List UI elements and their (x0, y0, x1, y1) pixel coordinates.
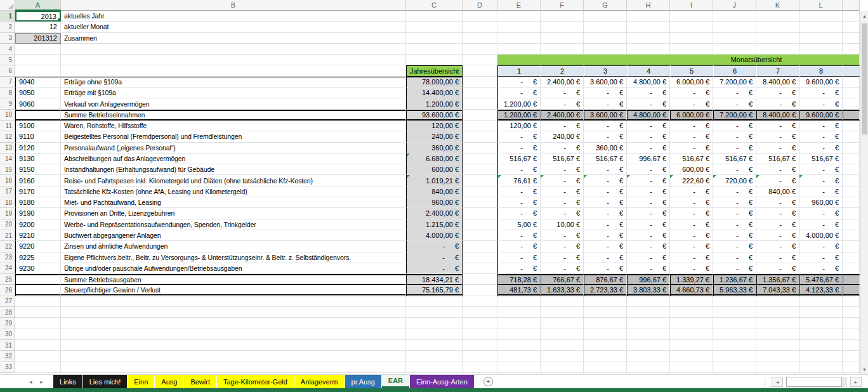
cell-D24[interactable] (463, 263, 497, 274)
month-header-6[interactable]: 6 (713, 65, 756, 76)
cell-C16[interactable]: 1.019,21€ (406, 175, 463, 186)
cell-month-8-row-10[interactable]: 9.600,00€ (799, 110, 843, 121)
cell-month-4-row-14[interactable]: 996,67€ (627, 154, 670, 164)
empty-cell[interactable] (799, 340, 843, 351)
cell-A12[interactable]: 9110 (15, 131, 61, 142)
cell-month-5-row-2[interactable] (670, 22, 713, 32)
cell-C17[interactable]: 840,00€ (406, 186, 463, 197)
tab-nav-right-icon[interactable]: ▸ (41, 379, 44, 385)
empty-cell[interactable] (463, 329, 497, 340)
cell-month-3-row-10[interactable]: 3.600,00€ (584, 110, 627, 121)
cell-month-7-row-24[interactable]: -€ (756, 263, 799, 274)
cell-D18[interactable] (463, 197, 497, 208)
cell-month-3-row-14[interactable]: 516,67€ (584, 154, 627, 164)
empty-cell[interactable] (756, 351, 799, 362)
cell-month-6-row-20[interactable]: -€ (713, 219, 756, 230)
cell-month-2-row-3[interactable] (541, 33, 584, 44)
cell-month-2-row-1[interactable] (541, 11, 584, 22)
row-header-14[interactable]: 14 (0, 154, 15, 164)
cell-month-7-row-15[interactable]: -€ (756, 164, 799, 175)
cell-month-1-row-25[interactable]: 718,28€ (497, 274, 541, 285)
cell-D15[interactable] (463, 164, 497, 175)
cell-month-4-row-9[interactable]: -€ (627, 98, 670, 109)
column-header-A[interactable]: A (15, 0, 61, 11)
cell-A16[interactable]: 9160 (15, 175, 61, 186)
empty-cell[interactable] (406, 307, 463, 318)
empty-cell[interactable] (670, 351, 713, 362)
cell-month-1-row-21[interactable]: -€ (497, 230, 541, 241)
cell-month-7-row-7[interactable]: 8.400,00€ (756, 77, 799, 88)
cell-month-2-row-11[interactable]: -€ (541, 121, 584, 131)
row-header-7[interactable]: 7 (0, 77, 15, 88)
cell-month-7-row-10[interactable]: 8.400,00€ (756, 110, 799, 121)
cell-D3[interactable] (463, 33, 497, 44)
row-header-30[interactable]: 30 (0, 329, 15, 340)
cell-month-2-row-9[interactable]: -€ (541, 98, 584, 109)
scroll-up-icon[interactable]: ▲ (860, 11, 868, 21)
empty-cell[interactable] (799, 318, 843, 329)
cell-month-2-row-21[interactable]: -€ (541, 230, 584, 241)
cell-month-7-row-18[interactable]: -€ (756, 197, 799, 208)
column-header-I[interactable]: I (670, 0, 713, 11)
empty-cell[interactable] (627, 296, 670, 307)
cell-month-5-row-13[interactable]: -€ (670, 143, 713, 154)
empty-cell[interactable] (406, 351, 463, 362)
cell-D1[interactable] (463, 11, 497, 22)
empty-cell[interactable] (843, 362, 860, 373)
row-header-26[interactable]: 26 (0, 285, 15, 296)
cell-month-1-row-11[interactable]: 120,00€ (497, 121, 541, 131)
cell-month-6-row-10[interactable]: 7.200,00€ (713, 110, 756, 121)
empty-cell[interactable] (799, 296, 843, 307)
cell-B13[interactable]: Personalaufwand („eigenes Personal“) (61, 143, 406, 154)
empty-cell[interactable] (497, 329, 541, 340)
empty-cell[interactable] (713, 318, 756, 329)
column-header-J[interactable]: J (713, 0, 756, 11)
empty-cell[interactable] (670, 318, 713, 329)
cell-C14[interactable]: 6.680,00€ (406, 154, 463, 164)
hscroll-left-icon[interactable]: ◄ (772, 377, 783, 387)
cell-D12[interactable] (463, 131, 497, 142)
row-header-6[interactable]: 6 (0, 65, 15, 76)
empty-cell[interactable] (756, 296, 799, 307)
cell-D16[interactable] (463, 175, 497, 186)
cell-A1[interactable]: 2013 (15, 11, 61, 22)
cell-month-4-row-19[interactable]: -€ (627, 208, 670, 219)
cell-D20[interactable] (463, 219, 497, 230)
cell-month-4-row-7[interactable]: 4.800,00€ (627, 77, 670, 88)
cell-month-4-row-13[interactable]: -€ (627, 143, 670, 154)
cell-month-1-row-20[interactable]: 5,00€ (497, 219, 541, 230)
cell-month-2-row-24[interactable]: -€ (541, 263, 584, 274)
cell-A21[interactable]: 9210 (15, 230, 61, 241)
cell-month-5-row-8[interactable]: -€ (670, 88, 713, 98)
cell-month-7-row-11[interactable]: -€ (756, 121, 799, 131)
cell-A23[interactable]: 9225 (15, 252, 61, 263)
cell-A9[interactable]: 9060 (15, 98, 61, 109)
row-header-12[interactable]: 12 (0, 131, 15, 142)
cell-month-1-row-22[interactable]: -€ (497, 241, 541, 252)
cell-month-6-row-13[interactable]: -€ (713, 143, 756, 154)
cell-B18[interactable]: Miet- und Pachtaufwand, Leasing (61, 197, 406, 208)
empty-cell[interactable] (463, 340, 497, 351)
empty-cell[interactable] (61, 44, 406, 55)
row-header-33[interactable]: 33 (0, 362, 15, 373)
cell-month-1-row-7[interactable]: -€ (497, 77, 541, 88)
cell-month-4-row-12[interactable]: -€ (627, 131, 670, 142)
cell-month-7-row-20[interactable]: -€ (756, 219, 799, 230)
empty-cell[interactable] (15, 340, 61, 351)
column-header-G[interactable]: G (584, 0, 627, 11)
empty-cell[interactable] (15, 55, 61, 65)
cell-month-8-row-9[interactable]: -€ (799, 98, 843, 109)
column-header-C[interactable]: C (406, 0, 463, 11)
empty-cell[interactable] (463, 351, 497, 362)
empty-cell[interactable] (406, 296, 463, 307)
cell-month-7-row-2[interactable] (756, 22, 799, 32)
cell-month-1-row-24[interactable]: -€ (497, 263, 541, 274)
cell-month-2-row-12[interactable]: 240,00€ (541, 131, 584, 142)
cell-month-1-row-23[interactable]: -€ (497, 252, 541, 263)
cell-month-8-row-11[interactable]: -€ (799, 121, 843, 131)
empty-cell[interactable] (463, 318, 497, 329)
cell-partial-row-2[interactable] (843, 22, 860, 32)
empty-cell[interactable] (670, 340, 713, 351)
row-header-9[interactable]: 9 (0, 98, 15, 109)
cell-month-4-row-10[interactable]: 4.800,00€ (627, 110, 670, 121)
